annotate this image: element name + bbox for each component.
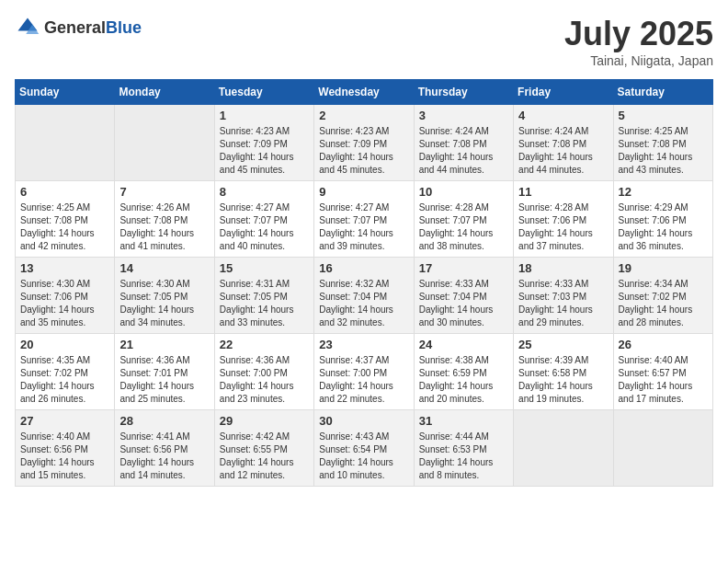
day-info: Sunrise: 4:25 AM Sunset: 7:08 PM Dayligh… [619,125,708,177]
calendar-day-cell: 4Sunrise: 4:24 AM Sunset: 7:08 PM Daylig… [514,105,613,181]
day-number: 12 [619,185,708,199]
day-number: 4 [518,109,608,122]
day-info: Sunrise: 4:40 AM Sunset: 6:57 PM Dayligh… [619,354,708,406]
day-number: 16 [319,261,408,275]
day-number: 3 [419,109,508,122]
calendar-weekday-header: Tuesday [214,80,313,105]
day-number: 7 [119,185,209,199]
day-info: Sunrise: 4:23 AM Sunset: 7:09 PM Dayligh… [220,125,309,177]
calendar-day-cell: 29Sunrise: 4:42 AM Sunset: 6:55 PM Dayli… [214,410,313,487]
day-info: Sunrise: 4:43 AM Sunset: 6:54 PM Dayligh… [319,431,408,482]
calendar-day-cell: 23Sunrise: 4:37 AM Sunset: 7:00 PM Dayli… [314,334,414,410]
day-number: 17 [419,261,508,275]
calendar-day-cell: 19Sunrise: 4:34 AM Sunset: 7:02 PM Dayli… [613,258,712,334]
day-info: Sunrise: 4:31 AM Sunset: 7:05 PM Dayligh… [220,278,309,329]
calendar-day-cell: 26Sunrise: 4:40 AM Sunset: 6:57 PM Dayli… [613,334,712,410]
calendar-day-cell: 16Sunrise: 4:32 AM Sunset: 7:04 PM Dayli… [314,258,414,334]
day-info: Sunrise: 4:33 AM Sunset: 7:04 PM Dayligh… [419,278,508,329]
day-info: Sunrise: 4:24 AM Sunset: 7:08 PM Dayligh… [419,125,508,177]
calendar-day-cell: 30Sunrise: 4:43 AM Sunset: 6:54 PM Dayli… [314,410,414,487]
calendar-day-cell: 14Sunrise: 4:30 AM Sunset: 7:05 PM Dayli… [115,258,214,334]
calendar-weekday-header: Wednesday [314,80,414,105]
day-number: 11 [518,185,608,199]
day-info: Sunrise: 4:24 AM Sunset: 7:08 PM Dayligh… [518,125,608,177]
day-info: Sunrise: 4:36 AM Sunset: 7:00 PM Dayligh… [220,354,309,406]
logo: GeneralBlue [15,15,142,40]
calendar-day-cell: 10Sunrise: 4:28 AM Sunset: 7:07 PM Dayli… [414,181,513,258]
calendar-day-cell: 18Sunrise: 4:33 AM Sunset: 7:03 PM Dayli… [514,258,613,334]
calendar-location: Tainai, Niigata, Japan [564,53,713,68]
day-info: Sunrise: 4:29 AM Sunset: 7:06 PM Dayligh… [619,201,708,253]
calendar-day-cell: 11Sunrise: 4:28 AM Sunset: 7:06 PM Dayli… [514,181,613,258]
calendar-day-cell: 31Sunrise: 4:44 AM Sunset: 6:53 PM Dayli… [414,410,513,487]
calendar-weekday-header: Thursday [414,80,513,105]
calendar-weekday-header: Saturday [613,80,712,105]
calendar-day-cell: 1Sunrise: 4:23 AM Sunset: 7:09 PM Daylig… [214,105,313,181]
day-info: Sunrise: 4:27 AM Sunset: 7:07 PM Dayligh… [319,201,408,253]
day-number: 19 [619,261,708,275]
day-number: 23 [319,338,408,351]
calendar-week-row: 20Sunrise: 4:35 AM Sunset: 7:02 PM Dayli… [16,334,713,410]
calendar-table: SundayMondayTuesdayWednesdayThursdayFrid… [15,79,713,487]
calendar-day-cell: 21Sunrise: 4:36 AM Sunset: 7:01 PM Dayli… [115,334,214,410]
logo-icon [15,15,40,40]
day-info: Sunrise: 4:35 AM Sunset: 7:02 PM Dayligh… [20,354,109,406]
day-number: 8 [220,185,309,199]
day-info: Sunrise: 4:40 AM Sunset: 6:56 PM Dayligh… [20,431,109,482]
day-info: Sunrise: 4:32 AM Sunset: 7:04 PM Dayligh… [319,278,408,329]
calendar-weekday-header: Monday [115,80,214,105]
day-number: 26 [619,338,708,351]
day-number: 1 [220,109,309,122]
calendar-day-cell [613,410,712,487]
calendar-week-row: 13Sunrise: 4:30 AM Sunset: 7:06 PM Dayli… [16,258,713,334]
day-number: 14 [119,261,209,275]
calendar-day-cell: 27Sunrise: 4:40 AM Sunset: 6:56 PM Dayli… [16,410,115,487]
calendar-week-row: 1Sunrise: 4:23 AM Sunset: 7:09 PM Daylig… [16,105,713,181]
calendar-day-cell: 24Sunrise: 4:38 AM Sunset: 6:59 PM Dayli… [414,334,513,410]
day-info: Sunrise: 4:36 AM Sunset: 7:01 PM Dayligh… [119,354,209,406]
day-info: Sunrise: 4:39 AM Sunset: 6:58 PM Dayligh… [518,354,608,406]
day-info: Sunrise: 4:37 AM Sunset: 7:00 PM Dayligh… [319,354,408,406]
day-number: 15 [220,261,309,275]
day-number: 29 [220,414,309,428]
calendar-day-cell: 7Sunrise: 4:26 AM Sunset: 7:08 PM Daylig… [115,181,214,258]
day-number: 25 [518,338,608,351]
day-info: Sunrise: 4:30 AM Sunset: 7:05 PM Dayligh… [119,278,209,329]
logo-text-blue: Blue [106,18,142,37]
calendar-day-cell [16,105,115,181]
day-number: 22 [220,338,309,351]
day-info: Sunrise: 4:34 AM Sunset: 7:02 PM Dayligh… [619,278,708,329]
day-number: 10 [419,185,508,199]
day-info: Sunrise: 4:44 AM Sunset: 6:53 PM Dayligh… [419,431,508,482]
day-info: Sunrise: 4:41 AM Sunset: 6:56 PM Dayligh… [119,431,209,482]
day-number: 5 [619,109,708,122]
calendar-header-row: SundayMondayTuesdayWednesdayThursdayFrid… [16,80,713,105]
day-info: Sunrise: 4:42 AM Sunset: 6:55 PM Dayligh… [220,431,309,482]
calendar-day-cell: 3Sunrise: 4:24 AM Sunset: 7:08 PM Daylig… [414,105,513,181]
calendar-day-cell: 20Sunrise: 4:35 AM Sunset: 7:02 PM Dayli… [16,334,115,410]
day-info: Sunrise: 4:23 AM Sunset: 7:09 PM Dayligh… [319,125,408,177]
calendar-day-cell: 28Sunrise: 4:41 AM Sunset: 6:56 PM Dayli… [115,410,214,487]
calendar-day-cell: 15Sunrise: 4:31 AM Sunset: 7:05 PM Dayli… [214,258,313,334]
calendar-weekday-header: Sunday [16,80,115,105]
day-number: 2 [319,109,408,122]
calendar-day-cell: 12Sunrise: 4:29 AM Sunset: 7:06 PM Dayli… [613,181,712,258]
day-info: Sunrise: 4:38 AM Sunset: 6:59 PM Dayligh… [419,354,508,406]
calendar-day-cell: 9Sunrise: 4:27 AM Sunset: 7:07 PM Daylig… [314,181,414,258]
day-number: 6 [20,185,109,199]
calendar-day-cell: 8Sunrise: 4:27 AM Sunset: 7:07 PM Daylig… [214,181,313,258]
day-info: Sunrise: 4:26 AM Sunset: 7:08 PM Dayligh… [119,201,209,253]
day-info: Sunrise: 4:27 AM Sunset: 7:07 PM Dayligh… [220,201,309,253]
calendar-title: July 2025 [564,15,713,53]
calendar-day-cell: 17Sunrise: 4:33 AM Sunset: 7:04 PM Dayli… [414,258,513,334]
calendar-weekday-header: Friday [514,80,613,105]
calendar-day-cell [514,410,613,487]
calendar-day-cell [115,105,214,181]
calendar-day-cell: 22Sunrise: 4:36 AM Sunset: 7:00 PM Dayli… [214,334,313,410]
calendar-day-cell: 25Sunrise: 4:39 AM Sunset: 6:58 PM Dayli… [514,334,613,410]
day-info: Sunrise: 4:28 AM Sunset: 7:06 PM Dayligh… [518,201,608,253]
day-number: 18 [518,261,608,275]
page-header: GeneralBlue July 2025 Tainai, Niigata, J… [15,15,713,68]
calendar-day-cell: 6Sunrise: 4:25 AM Sunset: 7:08 PM Daylig… [16,181,115,258]
calendar-day-cell: 13Sunrise: 4:30 AM Sunset: 7:06 PM Dayli… [16,258,115,334]
